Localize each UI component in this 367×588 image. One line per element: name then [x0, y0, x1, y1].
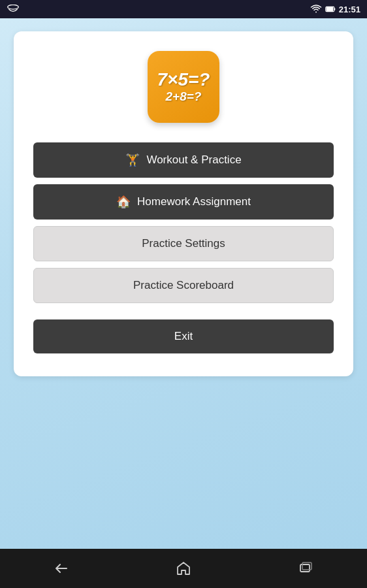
svg-rect-2 — [334, 8, 335, 10]
home-nav-icon — [176, 561, 191, 576]
wifi-icon — [310, 5, 322, 14]
workout-practice-label: Workout & Practice — [146, 154, 241, 167]
recents-nav-icon — [298, 561, 313, 576]
practice-scoreboard-label: Practice Scoreboard — [133, 279, 234, 292]
main-area: 7×5=? 2+8=? 🏋 Workout & Practice 🏠 Homew… — [0, 18, 367, 549]
app-icon-line2: 2+8=? — [166, 90, 202, 104]
time-display: 21:51 — [339, 5, 360, 14]
status-bar: 21:51 — [0, 0, 367, 18]
battery-icon — [325, 5, 336, 14]
homework-assignment-label: Homework Assignment — [137, 195, 251, 208]
status-left — [7, 5, 20, 14]
android-icon — [7, 5, 20, 14]
svg-rect-3 — [326, 7, 333, 11]
back-nav-icon — [54, 561, 69, 576]
back-nav-button[interactable] — [45, 555, 78, 581]
main-card: 7×5=? 2+8=? 🏋 Workout & Practice 🏠 Homew… — [14, 31, 353, 376]
practice-scoreboard-button[interactable]: Practice Scoreboard — [33, 268, 334, 303]
recents-nav-button[interactable] — [289, 555, 322, 581]
home-nav-button[interactable] — [167, 555, 200, 581]
app-icon-line1: 7×5=? — [157, 70, 210, 90]
nav-bar — [0, 549, 367, 588]
practice-settings-label: Practice Settings — [142, 237, 225, 250]
homework-icon: 🏠 — [116, 195, 131, 209]
exit-label: Exit — [174, 330, 193, 343]
homework-assignment-button[interactable]: 🏠 Homework Assignment — [33, 184, 334, 220]
workout-icon: 🏋 — [125, 153, 140, 167]
svg-rect-4 — [300, 564, 310, 572]
app-icon: 7×5=? 2+8=? — [148, 51, 219, 123]
exit-button[interactable]: Exit — [33, 319, 334, 353]
status-right: 21:51 — [310, 5, 360, 14]
workout-practice-button[interactable]: 🏋 Workout & Practice — [33, 142, 334, 178]
svg-point-0 — [8, 5, 19, 9]
practice-settings-button[interactable]: Practice Settings — [33, 226, 334, 261]
